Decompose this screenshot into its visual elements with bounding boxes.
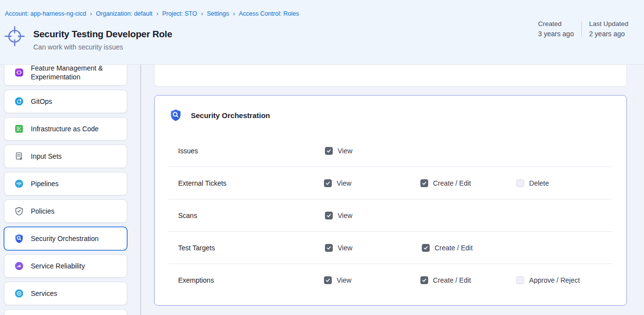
last-updated-label: Last Updated: [589, 20, 628, 27]
content-area: Feature Management & Experimentation Git…: [0, 65, 644, 315]
breadcrumb-separator-icon: ›: [201, 10, 203, 17]
resource-label: External Tickets: [168, 179, 324, 187]
sidebar-item-label: Policies: [31, 207, 54, 216]
page-title: Security Testing Developer Role: [33, 24, 172, 40]
breadcrumb-link[interactable]: Settings: [207, 10, 229, 17]
permission-label: View: [338, 212, 352, 219]
sidebar-item-partial[interactable]: [4, 309, 127, 315]
sidebar-item-label: Feature Management & Experimentation: [31, 65, 122, 81]
meta-divider: [581, 21, 582, 37]
permission-item: Approve / Reject: [516, 276, 613, 284]
security-orchestration-panel: Security Orchestration Issues View Exter…: [154, 95, 627, 306]
permission-item: View: [324, 179, 420, 187]
service-reliability-icon: [14, 261, 24, 271]
last-updated-value: 2 years ago: [589, 30, 628, 38]
permission-item: View: [325, 244, 422, 252]
permission-item: View: [325, 147, 422, 155]
permission-item: Create / Edit: [420, 276, 517, 284]
permission-checkbox[interactable]: [325, 147, 333, 155]
page-subtitle: Can work with security issues: [33, 43, 172, 51]
sidebar-item-label: Pipelines: [31, 179, 59, 188]
permission-row: Exemptions View Create / Edit Approve / …: [168, 264, 613, 296]
sidebar-item-label: Input Sets: [31, 152, 62, 161]
breadcrumb: Account: app-harness-ng-cicd›Organizatio…: [5, 10, 299, 17]
created-label: Created: [538, 20, 574, 27]
permission-checkbox[interactable]: [516, 276, 524, 284]
permission-item: Delete: [516, 179, 613, 187]
sidebar-item-gitops[interactable]: GitOps: [4, 90, 127, 113]
permission-item: View: [325, 212, 422, 219]
resource-label: Test Targets: [168, 244, 325, 252]
permission-label: View: [338, 244, 352, 252]
permission-row: External Tickets View Create / Edit Dele…: [168, 167, 613, 199]
resource-sidebar: Feature Management & Experimentation Git…: [4, 65, 127, 315]
permission-row: Issues View: [168, 135, 613, 167]
permission-item: Create / Edit: [422, 244, 519, 252]
created-value: 3 years ago: [538, 30, 574, 38]
permission-checkbox[interactable]: [516, 179, 524, 187]
breadcrumb-link[interactable]: Account: app-harness-ng-cicd: [5, 10, 86, 17]
permission-item: Create / Edit: [420, 179, 517, 187]
resource-label: Exemptions: [168, 276, 324, 284]
permission-checkbox[interactable]: [422, 244, 430, 252]
sidebar-item-label: Services: [31, 289, 57, 298]
permission-label: Create / Edit: [435, 244, 473, 252]
sidebar-item-service-reliability[interactable]: Service Reliability: [4, 254, 127, 278]
permission-label: View: [338, 147, 352, 155]
sidebar-item-policies[interactable]: Policies: [4, 199, 127, 223]
breadcrumb-separator-icon: ›: [90, 10, 92, 17]
input-sets-icon: [14, 151, 24, 161]
breadcrumb-separator-icon: ›: [156, 10, 158, 17]
permission-checkbox[interactable]: [325, 212, 333, 219]
policies-icon: [14, 206, 24, 216]
permission-row: Test Targets View Create / Edit: [168, 231, 613, 264]
sidebar-item-label: Service Reliability: [31, 262, 85, 270]
permission-label: View: [337, 276, 351, 284]
role-crosshair-icon: [4, 25, 25, 49]
permission-checkbox[interactable]: [420, 276, 428, 284]
sidebar-item-label: GitOps: [31, 97, 52, 106]
permission-checkbox[interactable]: [420, 179, 428, 187]
breadcrumb-link[interactable]: Organization: default: [96, 10, 152, 17]
sidebar-item-security-orchestration[interactable]: Security Orchestration: [4, 227, 127, 250]
permission-label: Delete: [529, 179, 549, 187]
resource-label: Scans: [168, 212, 325, 219]
role-meta: Created 3 years ago Last Updated 2 years…: [538, 20, 628, 38]
permission-checkbox[interactable]: [325, 244, 333, 252]
permission-item: View: [324, 276, 420, 284]
feature-management-icon: [14, 68, 24, 77]
card-partial-top: [154, 65, 627, 87]
sidebar-item-input-sets[interactable]: Input Sets: [4, 145, 127, 168]
sidebar-item-label: Security Orchestration: [31, 234, 99, 243]
resource-label: Issues: [168, 147, 325, 155]
gitops-icon: [14, 97, 24, 106]
sidebar-item-label: Infrastructure as Code: [31, 124, 99, 133]
sidebar-main-divider: [140, 65, 141, 315]
breadcrumb-link[interactable]: Project: STO: [162, 10, 197, 17]
permission-label: Create / Edit: [433, 276, 471, 284]
breadcrumb-link[interactable]: Access Control: Roles: [239, 10, 299, 17]
services-icon: [14, 289, 24, 298]
panel-title: Security Orchestration: [191, 111, 270, 120]
sidebar-item-infrastructure-as-code[interactable]: Infrastructure as Code: [4, 117, 127, 141]
security-orchestration-icon: [169, 109, 182, 121]
pipelines-icon: [14, 179, 24, 189]
permission-row: Scans View: [168, 199, 613, 231]
permission-label: Approve / Reject: [529, 276, 580, 284]
sidebar-item-services[interactable]: Services: [4, 282, 127, 305]
page-header: Account: app-harness-ng-cicd›Organizatio…: [0, 0, 644, 65]
main-panel-area: Security Orchestration Issues View Exter…: [154, 65, 627, 306]
permission-checkbox[interactable]: [324, 276, 332, 284]
permission-checkbox[interactable]: [324, 179, 332, 187]
security-orchestration-icon: [14, 234, 24, 243]
permission-label: View: [337, 179, 351, 187]
sidebar-item-pipelines[interactable]: Pipelines: [4, 172, 127, 195]
permission-label: Create / Edit: [433, 179, 471, 187]
sidebar-item-feature-management-experimentation[interactable]: Feature Management & Experimentation: [4, 65, 127, 86]
infrastructure-as-code-icon: [14, 124, 24, 134]
breadcrumb-separator-icon: ›: [233, 10, 235, 17]
